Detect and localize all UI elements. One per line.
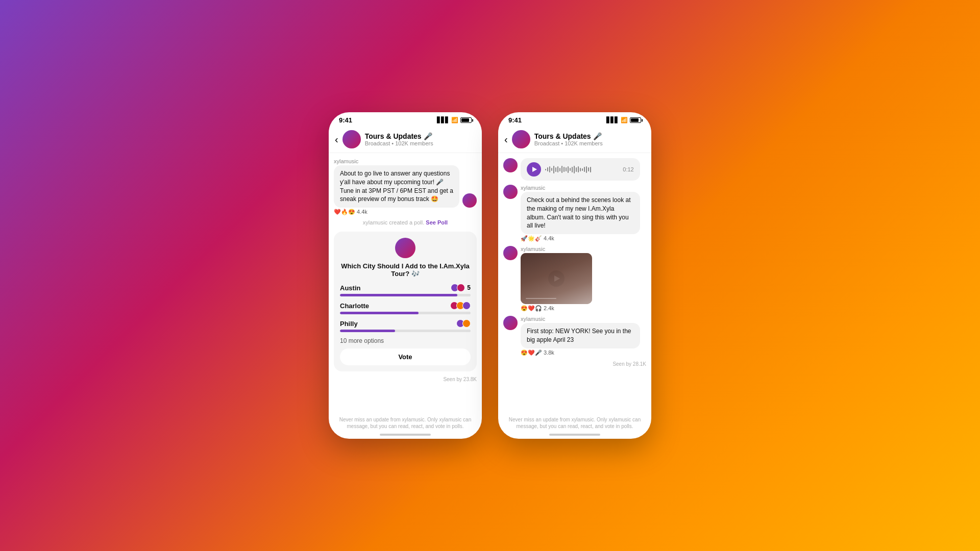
see-poll-link[interactable]: See Poll (426, 219, 448, 226)
sender-name-3: xylamusic (521, 316, 646, 322)
poll-creator-avatar (395, 238, 415, 258)
channel-title-left: Tours & Updates 🎤 (365, 132, 476, 140)
status-bar-left: 9:41 ▋▋▋ 📶 (329, 112, 482, 126)
wave-bar (549, 166, 550, 172)
text-message-row: xylamusic First stop: NEW YORK! See you … (503, 316, 646, 356)
poll-voter-avatar (462, 319, 471, 328)
wifi-icon-right: 📶 (621, 117, 628, 123)
poll-more-options: 10 more options (340, 337, 471, 344)
wave-bar (572, 167, 573, 172)
wave-bar (559, 168, 560, 171)
home-indicator-right (549, 434, 600, 436)
wave-bar (568, 166, 569, 173)
footer-note-left: Never miss an update from xylamusic. Onl… (329, 413, 482, 434)
newyork-reactions: 😍❤️🎤 3.8k (521, 349, 646, 356)
wave-bar (588, 167, 589, 171)
play-button[interactable] (527, 162, 541, 177)
wave-bar (557, 166, 558, 172)
waveform (545, 166, 619, 173)
poll-option-charlotte[interactable]: Charlotte (340, 302, 471, 314)
wave-bar (576, 167, 577, 172)
back-button-right[interactable]: ‹ (504, 134, 508, 145)
audio-duration: 0:12 (623, 166, 633, 172)
time-right: 9:41 (508, 116, 522, 124)
wave-bar (564, 167, 565, 172)
behind-scenes-text: Check out a behind the scenes look at th… (527, 196, 630, 229)
chat-body-left: xylamusic About to go live to answer any… (329, 153, 482, 413)
poll-option-label-charlotte: Charlotte (340, 302, 369, 310)
sender-avatar-audio (503, 158, 518, 172)
channel-title-right: Tours & Updates 🎤 (534, 132, 645, 140)
behind-scenes-bubble: Check out a behind the scenes look at th… (521, 192, 640, 234)
footer-note-right: Never miss an update from xylamusic. Onl… (498, 413, 651, 434)
chat-header-right: ‹ Tours & Updates 🎤 Broadcast • 102K mem… (498, 126, 651, 153)
wave-bar (570, 168, 571, 171)
poll-voter-avatar (462, 302, 471, 310)
poll-vote-count-austin: 5 (467, 284, 471, 291)
poll-option-info-austin: 5 (451, 284, 471, 292)
signal-icon: ▋▋▋ (437, 117, 449, 123)
message-text: About to go live to answer any questions… (340, 170, 453, 203)
sender-avatar-text1 (503, 185, 518, 199)
back-button-left[interactable]: ‹ (335, 134, 338, 145)
audio-bubble[interactable]: 0:12 (521, 158, 640, 181)
battery-icon-right (630, 117, 641, 123)
wave-bar (553, 166, 554, 173)
wave-bar (545, 169, 546, 170)
vote-button[interactable]: Vote (340, 348, 471, 365)
sender-name: xylamusic (334, 158, 477, 164)
video-thumbnail[interactable] (521, 253, 592, 304)
poll-voter-avatar (457, 284, 465, 292)
poll-bar-fill-austin (340, 294, 457, 296)
newyork-text: First stop: NEW YORK! See you in the big… (527, 328, 631, 343)
poll-option-label-philly: Philly (340, 320, 358, 328)
channel-subtitle-right: Broadcast • 102K members (534, 140, 645, 146)
chat-header-left: ‹ Tours & Updates 🎤 Broadcast • 102K mem… (329, 126, 482, 153)
wifi-icon: 📶 (451, 117, 458, 123)
right-phone: 9:41 ▋▋▋ 📶 ‹ Tours & Updates 🎤 Broadcast… (498, 112, 651, 439)
audio-message-row: 0:12 (503, 158, 646, 181)
text-message-content: xylamusic First stop: NEW YORK! See you … (521, 316, 646, 356)
avatar-right (512, 130, 530, 148)
poll-option-austin[interactable]: Austin 5 (340, 284, 471, 296)
poll-bar-track-philly (340, 330, 471, 332)
poll-bar-track-charlotte (340, 312, 471, 314)
video-reactions: 😍❤️🎧 2.4k (521, 305, 646, 312)
poll-option-info-charlotte (450, 302, 471, 310)
poll-avatars-austin (451, 284, 465, 292)
chat-body-right: 0:12 xylamusic Check out a behind the sc… (498, 153, 651, 413)
wave-bar (555, 167, 556, 172)
sender-name-2: xylamusic (521, 246, 646, 252)
poll-created-notice: xylamusic created a poll. See Poll (334, 219, 477, 226)
wave-bar (578, 166, 579, 172)
sender-name-1: xylamusic (521, 185, 646, 191)
wave-bar (561, 166, 562, 173)
sender-avatar (462, 193, 477, 208)
status-icons-right: ▋▋▋ 📶 (606, 117, 641, 123)
header-info-left: Tours & Updates 🎤 Broadcast • 102K membe… (365, 132, 476, 146)
poll-bar-fill-charlotte (340, 312, 419, 314)
poll-avatars-charlotte (450, 302, 471, 310)
wave-bar (582, 168, 583, 171)
play-triangle-icon (532, 167, 537, 172)
signal-icon-right: ▋▋▋ (606, 117, 619, 123)
time-left: 9:41 (339, 116, 352, 124)
reactions: ❤️🔥😍 4.4k (334, 209, 477, 215)
left-phone: 9:41 ▋▋▋ 📶 ‹ Tours & Updates 🎤 Broadcast… (329, 112, 482, 439)
channel-subtitle-left: Broadcast • 102K members (365, 140, 476, 146)
seen-count-left: Seen by 23.8K (334, 377, 477, 382)
behind-scenes-message-row: xylamusic Check out a behind the scenes … (503, 185, 646, 242)
text-bubble: First stop: NEW YORK! See you in the big… (521, 323, 640, 348)
video-message-row: xylamusic 😍❤️🎧 2.4k (503, 246, 646, 312)
poll-option-philly[interactable]: Philly (340, 319, 471, 332)
audio-message-content: 0:12 (521, 158, 646, 181)
poll-bar-fill-philly (340, 330, 395, 332)
message-item: xylamusic About to go live to answer any… (334, 158, 477, 215)
home-indicator-left (380, 434, 431, 436)
poll-option-label-austin: Austin (340, 284, 360, 292)
video-message-content: xylamusic 😍❤️🎧 2.4k (521, 246, 646, 312)
status-icons-left: ▋▋▋ 📶 (437, 117, 472, 123)
sender-avatar-text2 (503, 316, 518, 330)
wave-bar (551, 168, 552, 171)
wave-bar (547, 167, 548, 171)
